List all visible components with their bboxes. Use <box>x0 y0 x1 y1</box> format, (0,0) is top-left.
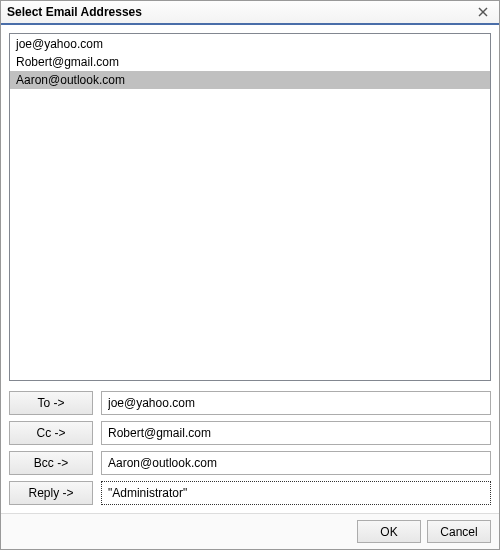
close-button[interactable] <box>473 3 493 21</box>
list-item[interactable]: Aaron@outlook.com <box>10 71 490 89</box>
close-icon <box>478 7 488 17</box>
dialog-body: joe@yahoo.comRobert@gmail.comAaron@outlo… <box>1 25 499 513</box>
field-rows: To -> Cc -> Bcc -> Reply -> <box>9 391 491 505</box>
titlebar: Select Email Addresses <box>1 1 499 25</box>
cc-button[interactable]: Cc -> <box>9 421 93 445</box>
dialog-title: Select Email Addresses <box>7 5 473 19</box>
reply-button[interactable]: Reply -> <box>9 481 93 505</box>
bcc-button[interactable]: Bcc -> <box>9 451 93 475</box>
dialog-footer: OK Cancel <box>1 513 499 549</box>
select-email-dialog: Select Email Addresses joe@yahoo.comRobe… <box>0 0 500 550</box>
reply-row: Reply -> <box>9 481 491 505</box>
bcc-input[interactable] <box>101 451 491 475</box>
to-row: To -> <box>9 391 491 415</box>
list-item[interactable]: joe@yahoo.com <box>10 35 490 53</box>
to-button[interactable]: To -> <box>9 391 93 415</box>
email-listbox[interactable]: joe@yahoo.comRobert@gmail.comAaron@outlo… <box>9 33 491 381</box>
cancel-button[interactable]: Cancel <box>427 520 491 543</box>
ok-button[interactable]: OK <box>357 520 421 543</box>
reply-input[interactable] <box>101 481 491 505</box>
bcc-row: Bcc -> <box>9 451 491 475</box>
list-item[interactable]: Robert@gmail.com <box>10 53 490 71</box>
cc-input[interactable] <box>101 421 491 445</box>
to-input[interactable] <box>101 391 491 415</box>
cc-row: Cc -> <box>9 421 491 445</box>
